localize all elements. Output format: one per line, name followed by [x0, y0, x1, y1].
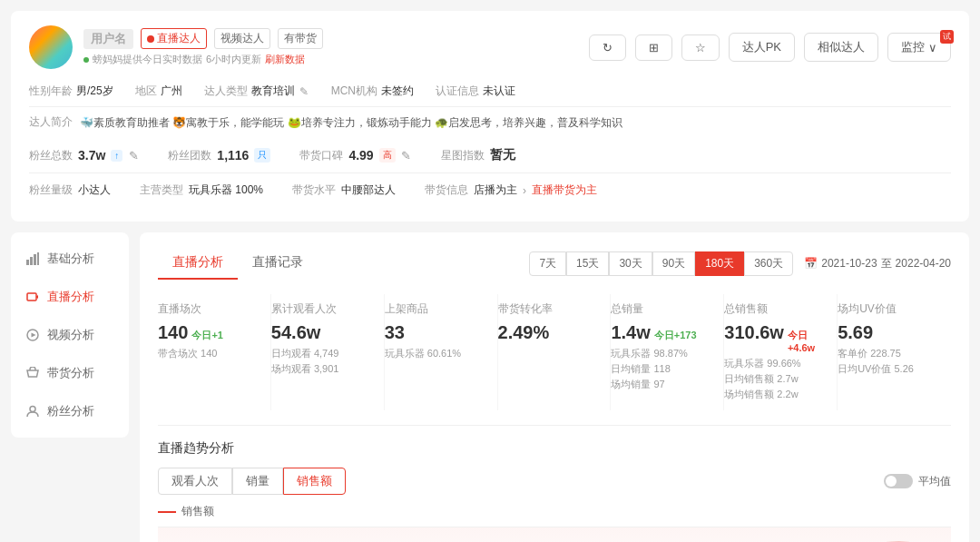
- metric-products: 上架商品 33 玩具乐器 60.61%: [385, 294, 498, 410]
- fan-platform-item: 带货水平 中腰部达人: [292, 182, 396, 198]
- commerce-tag: 有带货: [278, 28, 323, 49]
- content-area: 直播分析 直播记录 7天 15天 30天 90天 180天 360天 📅 202…: [140, 232, 969, 542]
- user-name-row: 用户名 直播达人 视频达人 有带货: [83, 28, 323, 49]
- metric-sales-amount: 总销售额 310.6w 今日+4.6w 玩具乐器 99.66% 日均销售额 2.…: [724, 294, 838, 410]
- shop-icon: [25, 366, 40, 380]
- fan-group-unit: 只: [254, 148, 270, 163]
- dropdown-icon: ∨: [928, 41, 937, 54]
- live-icon: [25, 290, 40, 304]
- filter-buttons: 观看人次 销量 销售额: [158, 468, 346, 495]
- tab-live-records[interactable]: 直播记录: [238, 247, 318, 280]
- filter-sales[interactable]: 销量: [232, 468, 283, 495]
- metric-conversion: 带货转化率 2.49%: [498, 294, 612, 410]
- period-tabs: 7天 15天 30天 90天 180天 360天: [529, 251, 793, 276]
- period-selector: 7天 15天 30天 90天 180天 360天 📅 2021-10-23 至 …: [529, 251, 951, 276]
- header-actions: ↻ ⊞ ☆ 达人PK 相似达人 监控 ∨ 试: [589, 33, 951, 62]
- date-range: 📅 2021-10-23 至 2022-04-20: [804, 256, 951, 271]
- fan-group-stat: 粉丝团数 1,116 只: [168, 148, 270, 163]
- info-row: 性别年龄 男/25岁 地区 广州 达人类型 教育培训 ✎ MCN机构 未签约 认…: [29, 76, 951, 107]
- monitor-button[interactable]: 监控 ∨ 试: [887, 33, 951, 62]
- period-15[interactable]: 15天: [566, 251, 609, 276]
- avatar-section: 用户名 直播达人 视频达人 有带货 螃妈妈提供今日实时数据 6小时内更新 刷新数…: [29, 25, 323, 69]
- period-7[interactable]: 7天: [529, 251, 566, 276]
- video-icon: [25, 328, 40, 342]
- refresh-button[interactable]: ↻: [589, 34, 626, 61]
- sidebar-label-commerce: 带货分析: [47, 365, 94, 381]
- svg-point-7: [30, 407, 35, 412]
- edit-type-icon[interactable]: ✎: [299, 86, 309, 97]
- mcn-item: MCN机构 未签约: [331, 84, 414, 99]
- sidebar: 基础分析 直播分析 视频分析: [11, 232, 129, 438]
- edit-fans-icon[interactable]: ✎: [128, 150, 139, 161]
- stats-row: 粉丝总数 3.7w ↑ ✎ 粉丝团数 1,116 只 带货口碑 4.99 高 ✎…: [29, 138, 951, 173]
- sidebar-item-video[interactable]: 视频分析: [11, 316, 129, 354]
- grid-icon: ⊞: [649, 41, 659, 54]
- filter-amount[interactable]: 销售额: [283, 468, 346, 495]
- metric-uv-value: 场均UV价值 5.69 客单价 228.75 日均UV价值 5.26: [838, 294, 951, 410]
- user-info: 用户名 直播达人 视频达人 有带货 螃妈妈提供今日实时数据 6小时内更新 刷新数…: [83, 28, 323, 66]
- svg-rect-0: [26, 260, 29, 265]
- trend-section: 直播趋势分析 观看人次 销量 销售额 平均值: [158, 440, 951, 542]
- tabs: 直播分析 直播记录: [158, 247, 318, 280]
- trend-filters: 观看人次 销量 销售额 平均值: [158, 468, 951, 495]
- data-source: 螃妈妈提供今日实时数据 6小时内更新 刷新数据: [83, 53, 323, 66]
- header-top: 用户名 直播达人 视频达人 有带货 螃妈妈提供今日实时数据 6小时内更新 刷新数…: [29, 25, 951, 69]
- intro-row: 达人简介 🐳素质教育助推者 🐯寓教于乐，能学能玩 🐸培养专注力，锻炼动手能力 🐢…: [29, 107, 951, 138]
- page-wrapper: 用户名 直播达人 视频达人 有带货 螃妈妈提供今日实时数据 6小时内更新 刷新数…: [0, 0, 980, 542]
- pk-button[interactable]: 达人PK: [729, 33, 795, 62]
- star-stat: 星图指数 暂无: [441, 147, 515, 163]
- period-360[interactable]: 360天: [744, 251, 793, 276]
- fans-trend-icon: ↑: [111, 150, 122, 162]
- chart-legend: 销售额: [158, 504, 951, 519]
- arrow-icon: ›: [523, 184, 526, 197]
- edit-commerce-icon[interactable]: ✎: [401, 150, 412, 161]
- refresh-data-link[interactable]: 刷新数据: [265, 53, 305, 66]
- fan-info-item: 带货信息 店播为主 › 直播带货为主: [425, 182, 597, 198]
- metric-sales-volume: 总销量 1.4w 今日+173 玩具乐器 98.87% 日均销量 118 场均销…: [611, 294, 724, 410]
- metric-views: 累计观看人次 54.6w 日均观看 4,749 场均观看 3,901: [271, 294, 385, 410]
- star-icon: ☆: [695, 41, 706, 54]
- similar-button[interactable]: 相似达人: [804, 33, 878, 62]
- avg-toggle-switch[interactable]: [884, 474, 913, 488]
- sidebar-label-live: 直播分析: [47, 289, 94, 305]
- svg-rect-4: [27, 293, 36, 301]
- svg-rect-1: [30, 257, 33, 265]
- chart-area: [158, 527, 951, 542]
- toggle-thumb: [886, 476, 897, 487]
- type-item: 达人类型 教育培训 ✎: [204, 84, 309, 99]
- fans-stat: 粉丝总数 3.7w ↑ ✎: [29, 148, 139, 163]
- gender-age-item: 性别年龄 男/25岁: [29, 84, 113, 99]
- sidebar-label-video: 视频分析: [47, 327, 94, 343]
- username: 用户名: [83, 29, 133, 49]
- sidebar-label-fans: 粉丝分析: [47, 403, 94, 419]
- avatar: [29, 25, 73, 69]
- video-tag: 视频达人: [214, 28, 270, 49]
- tab-live-analysis[interactable]: 直播分析: [158, 247, 238, 280]
- star-button[interactable]: ☆: [681, 34, 720, 61]
- refresh-icon: ↻: [603, 41, 612, 54]
- period-90[interactable]: 90天: [652, 251, 695, 276]
- period-30[interactable]: 30天: [609, 251, 652, 276]
- filter-views[interactable]: 观看人次: [158, 468, 232, 495]
- fan-type-item: 主营类型 玩具乐器 100%: [140, 182, 263, 198]
- commerce-stat: 带货口碑 4.99 高 ✎: [299, 148, 411, 163]
- main-layout: 基础分析 直播分析 视频分析: [11, 232, 969, 542]
- tab-row: 直播分析 直播记录 7天 15天 30天 90天 180天 360天 📅 202…: [158, 247, 951, 280]
- region-item: 地区 广州: [135, 84, 182, 99]
- monitor-badge: 试: [940, 30, 954, 44]
- online-dot-icon: [83, 57, 89, 63]
- calendar-icon: 📅: [804, 257, 818, 270]
- commerce-badge: 高: [379, 148, 396, 163]
- svg-rect-3: [37, 252, 39, 265]
- cert-item: 认证信息 未认证: [436, 84, 515, 99]
- sidebar-item-commerce[interactable]: 带货分析: [11, 354, 129, 392]
- sidebar-item-live[interactable]: 直播分析: [11, 278, 129, 316]
- grid-view-button[interactable]: ⊞: [635, 34, 672, 61]
- sidebar-item-basic[interactable]: 基础分析: [11, 240, 129, 278]
- metric-sessions: 直播场次 140 今日+1 带含场次 140: [158, 294, 271, 410]
- metrics-grid: 直播场次 140 今日+1 带含场次 140 累计观看人次 54.6w 日均观看…: [158, 294, 951, 426]
- header-card: 用户名 直播达人 视频达人 有带货 螃妈妈提供今日实时数据 6小时内更新 刷新数…: [11, 11, 969, 222]
- broadcaster-dot-icon: [147, 35, 154, 43]
- period-180[interactable]: 180天: [695, 251, 744, 276]
- sidebar-item-fans[interactable]: 粉丝分析: [11, 392, 129, 430]
